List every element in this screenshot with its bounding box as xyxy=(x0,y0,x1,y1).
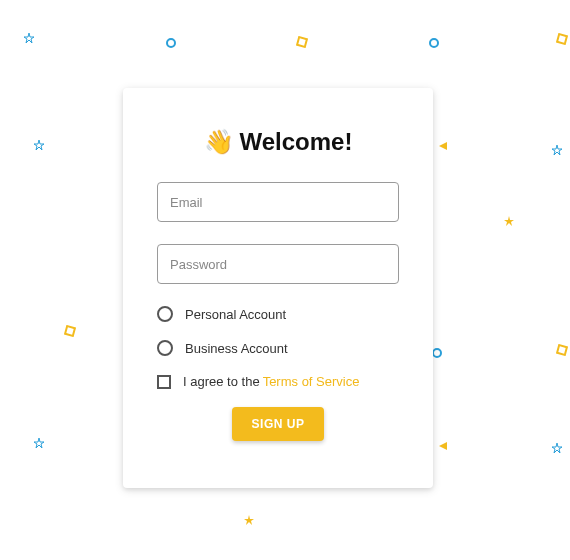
svg-rect-10 xyxy=(557,345,567,355)
svg-marker-0 xyxy=(24,33,34,43)
svg-marker-12 xyxy=(34,438,44,448)
radio-icon xyxy=(157,340,173,356)
checkbox-tos[interactable]: I agree to the Terms of Service xyxy=(157,374,399,389)
svg-marker-13 xyxy=(439,442,447,450)
confetti-circle-icon xyxy=(166,38,176,48)
svg-rect-4 xyxy=(557,34,567,44)
confetti-triangle-icon xyxy=(437,140,449,152)
confetti-square-icon xyxy=(296,36,308,48)
confetti-star-icon xyxy=(34,438,44,448)
radio-business[interactable]: Business Account xyxy=(157,340,399,356)
confetti-square-icon xyxy=(556,344,568,356)
svg-marker-5 xyxy=(34,140,44,150)
radio-label: Personal Account xyxy=(185,307,286,322)
checkbox-icon xyxy=(157,375,171,389)
confetti-star-icon xyxy=(552,443,562,453)
signup-card: 👋Welcome! Personal Account Business Acco… xyxy=(123,88,433,488)
svg-point-3 xyxy=(430,39,438,47)
confetti-star-icon xyxy=(504,216,514,226)
confetti-square-icon xyxy=(556,33,568,45)
title-text: Welcome! xyxy=(240,128,353,155)
svg-marker-8 xyxy=(504,216,514,226)
password-field[interactable] xyxy=(157,244,399,284)
radio-icon xyxy=(157,306,173,322)
confetti-star-icon xyxy=(552,145,562,155)
signup-button[interactable]: SIGN UP xyxy=(232,407,325,441)
confetti-star-icon xyxy=(24,33,34,43)
svg-point-1 xyxy=(167,39,175,47)
confetti-star-icon xyxy=(34,140,44,150)
confetti-square-icon xyxy=(64,325,76,337)
svg-rect-2 xyxy=(297,37,307,47)
tos-link[interactable]: Terms of Service xyxy=(263,374,360,389)
confetti-triangle-icon xyxy=(437,440,449,452)
radio-personal[interactable]: Personal Account xyxy=(157,306,399,322)
svg-rect-9 xyxy=(65,326,75,336)
radio-label: Business Account xyxy=(185,341,288,356)
svg-marker-7 xyxy=(552,145,562,155)
confetti-star-icon xyxy=(244,515,254,525)
confetti-circle-icon xyxy=(432,348,442,358)
confetti-circle-icon xyxy=(429,38,439,48)
email-field[interactable] xyxy=(157,182,399,222)
page-title: 👋Welcome! xyxy=(157,128,399,156)
svg-marker-14 xyxy=(552,443,562,453)
agree-text: I agree to the xyxy=(183,374,260,389)
svg-marker-6 xyxy=(439,142,447,150)
wave-icon: 👋 xyxy=(204,128,234,155)
svg-point-11 xyxy=(433,349,441,357)
svg-marker-15 xyxy=(244,515,254,525)
